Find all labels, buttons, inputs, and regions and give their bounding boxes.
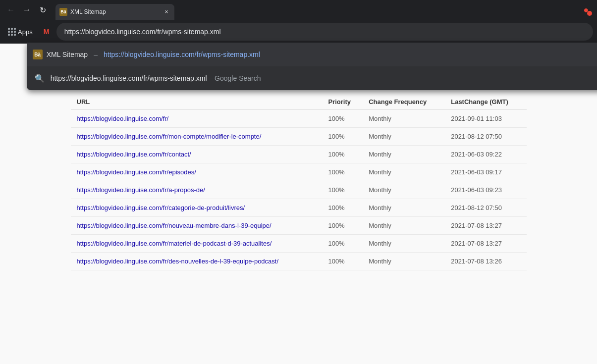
tab-close-button[interactable]: ×: [163, 8, 170, 16]
page-content: XML Sitemap This is a XML Sitemap which …: [0, 44, 597, 364]
cell-url: https://blogvideo.linguise.com/fr/contac…: [71, 146, 323, 163]
cell-priority: 100%: [322, 235, 363, 253]
cell-lastchange: 2021-07-08 13:27: [445, 235, 526, 253]
cell-frequency: Monthly: [363, 253, 445, 270]
omnibox-top-title: XML Sitemap: [47, 51, 88, 58]
cell-url: https://blogvideo.linguise.com/fr/catego…: [71, 199, 323, 217]
table-row: https://blogvideo.linguise.com/fr/nouvea…: [71, 217, 527, 235]
sitemap-link[interactable]: https://blogvideo.linguise.com/fr/catego…: [77, 204, 245, 211]
cell-lastchange: 2021-07-08 13:27: [445, 217, 526, 235]
cell-frequency: Monthly: [363, 110, 445, 128]
table-row: https://blogvideo.linguise.com/fr/contac…: [71, 146, 527, 163]
back-button[interactable]: ←: [4, 3, 18, 17]
col-url: URL: [71, 94, 323, 110]
omnibox[interactable]: https://blogvideo.linguise.com/fr/wpms-s…: [56, 23, 593, 41]
sitemap-link[interactable]: https://blogvideo.linguise.com/fr/mon-co…: [77, 133, 262, 140]
cell-frequency: Monthly: [363, 163, 445, 181]
forward-button[interactable]: →: [20, 3, 34, 17]
sitemap-link[interactable]: https://blogvideo.linguise.com/fr/des-no…: [77, 258, 279, 265]
omnibox-top-link: https://blogvideo.linguise.com/fr/wpms-s…: [104, 51, 260, 58]
reload-button[interactable]: ↻: [36, 3, 50, 17]
cell-frequency: Monthly: [363, 235, 445, 253]
omnibox-container: https://blogvideo.linguise.com/fr/wpms-s…: [56, 23, 593, 41]
cell-url: https://blogvideo.linguise.com/fr/materi…: [71, 235, 323, 253]
cell-priority: 100%: [322, 199, 363, 217]
omnibox-top-favicon: Bä: [33, 50, 43, 59]
omnibox-url-display: https://blogvideo.linguise.com/fr/wpms-s…: [64, 28, 221, 36]
active-tab[interactable]: Bä XML Sitemap ×: [55, 4, 174, 20]
cell-lastchange: 2021-07-08 13:26: [445, 253, 526, 270]
table-row: https://blogvideo.linguise.com/fr/100%Mo…: [71, 110, 527, 128]
apps-label: Apps: [18, 28, 33, 36]
sitemap-link[interactable]: https://blogvideo.linguise.com/fr/contac…: [77, 151, 191, 158]
cell-url: https://blogvideo.linguise.com/fr/: [71, 110, 323, 128]
cell-priority: 100%: [322, 110, 363, 128]
address-bar-row: Apps M https://blogvideo.linguise.com/fr…: [0, 20, 597, 44]
cell-url: https://blogvideo.linguise.com/fr/des-no…: [71, 253, 323, 270]
cell-url: https://blogvideo.linguise.com/fr/nouvea…: [71, 217, 323, 235]
cell-frequency: Monthly: [363, 146, 445, 163]
omnibox-top-suggestion[interactable]: Bä XML Sitemap – https://blogvideo.lingu…: [27, 43, 597, 66]
sitemap-link[interactable]: https://blogvideo.linguise.com/fr/a-prop…: [77, 186, 205, 194]
cell-lastchange: 2021-08-12 07:50: [445, 199, 526, 217]
table-row: https://blogvideo.linguise.com/fr/materi…: [71, 235, 527, 253]
cell-priority: 100%: [322, 163, 363, 181]
tab-title: XML Sitemap: [70, 8, 160, 15]
cell-url: https://blogvideo.linguise.com/fr/episod…: [71, 163, 323, 181]
sitemap-tbody: https://blogvideo.linguise.com/fr/100%Mo…: [71, 110, 527, 270]
cell-priority: 100%: [322, 253, 363, 270]
table-row: https://blogvideo.linguise.com/fr/a-prop…: [71, 181, 527, 199]
cell-frequency: Monthly: [363, 199, 445, 217]
cell-url: https://blogvideo.linguise.com/fr/a-prop…: [71, 181, 323, 199]
browser-chrome: ← → ↻ Bä XML Sitemap × ●: [0, 0, 597, 44]
col-lastchange: LastChange (GMT): [445, 94, 526, 110]
cell-lastchange: 2021-06-03 09:23: [445, 181, 526, 199]
search-icon: 🔍: [35, 74, 45, 83]
cell-frequency: Monthly: [363, 181, 445, 199]
cell-frequency: Monthly: [363, 217, 445, 235]
cell-lastchange: 2021-08-12 07:50: [445, 128, 526, 146]
sitemap-table: URL Priority Change Frequency LastChange…: [71, 94, 527, 270]
table-row: https://blogvideo.linguise.com/fr/catego…: [71, 199, 527, 217]
apps-button[interactable]: Apps: [4, 26, 37, 38]
tab-favicon: Bä: [59, 8, 67, 16]
sitemap-link[interactable]: https://blogvideo.linguise.com/fr/: [77, 115, 169, 122]
cell-lastchange: 2021-09-01 11:03: [445, 110, 526, 128]
sitemap-link[interactable]: https://blogvideo.linguise.com/fr/nouvea…: [77, 222, 271, 229]
cell-priority: 100%: [322, 146, 363, 163]
omnibox-suggestion-text: https://blogvideo.linguise.com/fr/wpms-s…: [51, 74, 261, 82]
cell-priority: 100%: [322, 181, 363, 199]
cell-url: https://blogvideo.linguise.com/fr/mon-co…: [71, 128, 323, 146]
cell-frequency: Monthly: [363, 128, 445, 146]
table-header: URL Priority Change Frequency LastChange…: [71, 94, 527, 110]
cell-priority: 100%: [322, 128, 363, 146]
omnibox-dropdown: Bä XML Sitemap – https://blogvideo.lingu…: [27, 43, 597, 90]
cell-priority: 100%: [322, 217, 363, 235]
cell-lastchange: 2021-06-03 09:22: [445, 146, 526, 163]
sitemap-link[interactable]: https://blogvideo.linguise.com/fr/episod…: [77, 168, 196, 176]
table-row: https://blogvideo.linguise.com/fr/des-no…: [71, 253, 527, 270]
cell-lastchange: 2021-06-03 09:17: [445, 163, 526, 181]
omnibox-top-separator: –: [94, 51, 98, 58]
extension-red-icon[interactable]: ●: [579, 3, 593, 17]
tab-bar: ← → ↻ Bä XML Sitemap × ●: [0, 0, 597, 20]
apps-grid-icon: [8, 28, 16, 36]
tab-area: Bä XML Sitemap ×: [55, 0, 573, 20]
gmail-icon[interactable]: M: [39, 24, 54, 40]
col-frequency: Change Frequency: [363, 94, 445, 110]
sitemap-link[interactable]: https://blogvideo.linguise.com/fr/materi…: [77, 240, 272, 247]
col-priority: Priority: [322, 94, 363, 110]
table-row: https://blogvideo.linguise.com/fr/episod…: [71, 163, 527, 181]
omnibox-search-suggestion[interactable]: 🔍 https://blogvideo.linguise.com/fr/wpms…: [27, 66, 597, 90]
table-row: https://blogvideo.linguise.com/fr/mon-co…: [71, 128, 527, 146]
extension-icons: ●: [579, 3, 593, 17]
